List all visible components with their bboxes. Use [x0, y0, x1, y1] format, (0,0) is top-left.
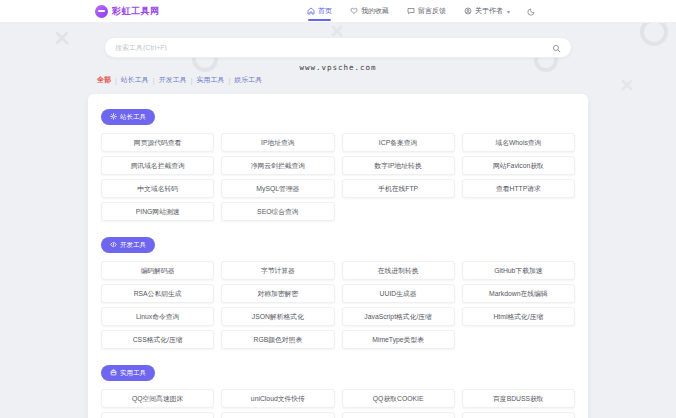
tool-button[interactable]: 数字IP地址转换 [342, 156, 455, 175]
tool-section: 站长工具 网页源代码查看IP地址查询ICP备案查询域名Whois查询腾讯域名拦截… [101, 106, 575, 221]
site-title: 彩虹工具网 [112, 5, 160, 18]
section-badge: 实用工具 [101, 365, 155, 381]
filter-link[interactable]: 开发工具 [159, 75, 187, 85]
tool-button[interactable]: 手机在线FTP [342, 179, 455, 198]
decorative-x-icon [330, 24, 344, 38]
chat-icon [407, 7, 415, 16]
filter-separator: | [191, 77, 193, 84]
search-bar [104, 37, 572, 58]
nav-item-link[interactable]: 我的收藏 [349, 0, 390, 22]
tool-button[interactable]: 网页源代码查看 [101, 133, 214, 152]
tool-button[interactable]: 音乐文件解析 [221, 412, 334, 418]
filter-separator: | [115, 77, 117, 84]
tool-button[interactable]: 编码解码器 [101, 261, 214, 280]
tool-button[interactable]: 音乐外链转换 [342, 412, 455, 418]
tool-button[interactable]: MySQL管理器 [221, 179, 334, 198]
tool-button[interactable]: IP地址查询 [221, 133, 334, 152]
filter-link[interactable]: 娱乐工具 [234, 75, 262, 85]
section-badge: 开发工具 [101, 237, 155, 253]
tool-section: 实用工具 QQ空间高速图床uniCloud文件快传QQ获取COOKIE百度BDU… [101, 362, 575, 418]
tool-button[interactable]: JavaScript格式化/压缩 [342, 307, 455, 326]
moon-icon[interactable] [527, 7, 536, 16]
section-title: 站长工具 [120, 113, 146, 122]
nav-item-label: 我的收藏 [361, 6, 389, 16]
nav-item-link[interactable]: 关于作者 ▾ [463, 0, 511, 22]
section-title: 实用工具 [120, 369, 146, 378]
chevron-down-icon: ▾ [507, 8, 510, 15]
tool-button[interactable]: ICP备案查询 [342, 133, 455, 152]
nav-item-label: 首页 [318, 6, 332, 16]
tool-button[interactable]: 百度网盘分享 [462, 412, 575, 418]
tool-button[interactable]: 查看HTTP请求 [462, 179, 575, 198]
category-filter-bar: 全部|站长工具|开发工具|实用工具|娱乐工具 [97, 75, 676, 85]
tool-button[interactable]: SEO综合查询 [221, 202, 334, 221]
tool-section: 开发工具 编码解码器字节计算器在线进制转换GitHub下载加速RSA公私钥生成对… [101, 234, 575, 349]
tool-button[interactable]: 中文域名转码 [101, 179, 214, 198]
tool-button[interactable]: CSS格式化/压缩 [101, 330, 214, 349]
tool-button[interactable]: 字节计算器 [221, 261, 334, 280]
tool-button[interactable]: RGB颜色对照表 [221, 330, 334, 349]
search-input[interactable] [115, 44, 552, 51]
tool-button[interactable]: 在线进制转换 [342, 261, 455, 280]
tool-button[interactable]: uniCloud文件快传 [221, 389, 334, 408]
decorative-x-icon [54, 30, 70, 46]
header: 彩虹工具网 首页 我的收藏 留言反馈 关于作者 ▾ [0, 0, 676, 23]
tool-button[interactable]: 域名Whois查询 [462, 133, 575, 152]
tool-button[interactable]: UUID生成器 [342, 284, 455, 303]
tool-button[interactable]: RSA公私钥生成 [101, 284, 214, 303]
tool-button[interactable]: QQ获取COOKIE [342, 389, 455, 408]
filter-separator: | [153, 77, 155, 84]
section-badge: 站长工具 [101, 109, 155, 125]
tool-button[interactable]: Markdown在线编辑 [462, 284, 575, 303]
filter-link[interactable]: 站长工具 [121, 75, 149, 85]
nav-item-label: 关于作者 [475, 6, 503, 16]
logo-icon [95, 5, 108, 18]
tool-grid: QQ空间高速图床uniCloud文件快传QQ获取COOKIE百度BDUSS获取全… [101, 389, 575, 418]
tool-button[interactable]: 全网音乐搜索 [101, 412, 214, 418]
tool-button[interactable]: Linux命令查询 [101, 307, 214, 326]
tool-button[interactable]: 网站Favicon获取 [462, 156, 575, 175]
tool-button[interactable]: MimeType类型表 [342, 330, 455, 349]
tool-button[interactable]: JSON解析格式化 [221, 307, 334, 326]
user-icon [464, 7, 472, 16]
filter-link[interactable]: 实用工具 [196, 75, 224, 85]
nav-item-link[interactable]: 留言反馈 [406, 0, 447, 22]
code-icon [110, 241, 117, 249]
main-nav: 首页 我的收藏 留言反馈 关于作者 ▾ [306, 0, 511, 22]
section-title: 开发工具 [120, 241, 146, 250]
nav-item-label: 留言反馈 [418, 6, 446, 16]
tool-button[interactable]: PING网站测速 [101, 202, 214, 221]
search-icon[interactable] [552, 39, 561, 57]
home-icon [307, 7, 315, 16]
tool-button[interactable]: 腾讯域名拦截查询 [101, 156, 214, 175]
tool-button[interactable]: GitHub下载加速 [462, 261, 575, 280]
tool-button[interactable]: 净网云剑拦截查询 [221, 156, 334, 175]
filter-link[interactable]: 全部 [97, 75, 111, 85]
tools-card: 站长工具 网页源代码查看IP地址查询ICP备案查询域名Whois查询腾讯域名拦截… [88, 94, 588, 418]
site-logo[interactable]: 彩虹工具网 [95, 5, 160, 18]
tool-button[interactable]: Html格式化/压缩 [462, 307, 575, 326]
tool-grid: 编码解码器字节计算器在线进制转换GitHub下载加速RSA公私钥生成对称加密解密… [101, 261, 575, 349]
watermark-text: www.vpsche.com [0, 63, 676, 72]
tool-button[interactable]: QQ空间高速图床 [101, 389, 214, 408]
gear-icon [110, 113, 117, 121]
tool-button[interactable]: 百度BDUSS获取 [462, 389, 575, 408]
tool-button[interactable]: 对称加密解密 [221, 284, 334, 303]
box-icon [110, 369, 117, 377]
filter-separator: | [228, 77, 230, 84]
tool-grid: 网页源代码查看IP地址查询ICP备案查询域名Whois查询腾讯域名拦截查询净网云… [101, 133, 575, 221]
search-area [104, 37, 572, 58]
heart-icon [350, 7, 358, 16]
nav-item-active[interactable]: 首页 [306, 0, 333, 22]
